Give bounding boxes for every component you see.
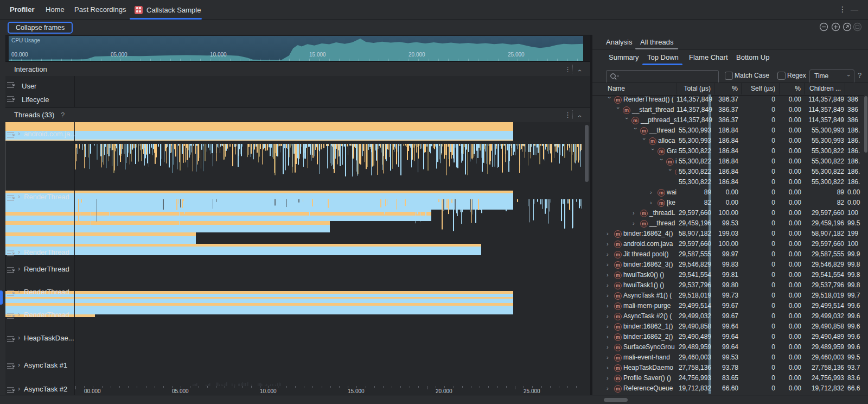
- threads-collapse-icon[interactable]: ›: [576, 115, 583, 117]
- window-minimize-icon[interactable]: —: [851, 5, 858, 14]
- table-scrollbar-thumb[interactable]: [864, 96, 867, 153]
- table-row[interactable]: ›m(55,300,822186.8400.0055,300,822186.: [592, 167, 868, 177]
- collapse-node-icon[interactable]: ›: [665, 169, 675, 174]
- thread-label[interactable]: android.com.ja...: [24, 130, 76, 138]
- expand-node-icon[interactable]: ›: [607, 352, 612, 363]
- tab-bottom-up[interactable]: Bottom Up: [736, 53, 769, 61]
- table-row[interactable]: ›m__thread29,459,19699.5300.0029,459,196…: [592, 218, 868, 229]
- table-row[interactable]: ›m__start_thread114,357,849386.3700.0011…: [592, 105, 868, 115]
- zoom-to-selection-icon[interactable]: [853, 22, 862, 31]
- table-row[interactable]: ›mbinder:16862_3()29,546,82999.8300.0029…: [592, 260, 868, 270]
- reset-zoom-icon[interactable]: [843, 22, 852, 31]
- tab-summary[interactable]: Summary: [609, 53, 639, 61]
- table-row[interactable]: ›mhwuiTask1() ()29,537,79699.8000.0029,5…: [592, 280, 868, 291]
- regex-checkbox[interactable]: [777, 72, 786, 80]
- expand-node-icon[interactable]: ›: [607, 342, 612, 352]
- window-more-icon[interactable]: ⋮: [839, 5, 846, 14]
- threads-more-icon[interactable]: ⋮: [564, 111, 571, 119]
- interaction-row-lifecycle[interactable]: Lifecycle: [22, 96, 49, 104]
- thread-expand-chevron[interactable]: ›: [18, 311, 20, 318]
- left-scrollbar-thumb[interactable]: [585, 125, 589, 182]
- table-row[interactable]: ›mandroid.com.java29,597,660100.0000.002…: [592, 239, 868, 249]
- table-row[interactable]: ›mi55,300,822186.8400.0055,300,822186.: [592, 156, 868, 167]
- table-row[interactable]: m55,300,822186.8400.0055,300,822186.: [592, 177, 868, 187]
- expand-node-icon[interactable]: ›: [607, 363, 612, 373]
- table-row[interactable]: ›mbinder:16862_4()58,907,182199.0300.005…: [592, 229, 868, 239]
- thread-expand-chevron[interactable]: ›: [18, 130, 20, 137]
- expand-node-icon[interactable]: ›: [633, 208, 638, 218]
- threads-help-icon[interactable]: ?: [61, 111, 65, 119]
- collapse-node-icon[interactable]: ›: [648, 148, 658, 154]
- thread-expand-chevron[interactable]: ›: [18, 248, 20, 256]
- expand-node-icon[interactable]: ›: [650, 187, 655, 198]
- expand-node-icon[interactable]: ›: [607, 373, 612, 383]
- nav-past-recordings[interactable]: Past Recordings: [74, 5, 126, 14]
- column-header-name[interactable]: Name: [592, 83, 676, 94]
- thread-label[interactable]: RenderThread: [24, 193, 69, 201]
- thread-expand-chevron[interactable]: ›: [18, 265, 20, 273]
- interaction-collapse-icon[interactable]: ›: [576, 70, 583, 72]
- tab-analysis[interactable]: Analysis: [606, 38, 632, 46]
- zoom-in-icon[interactable]: [831, 22, 840, 31]
- collapse-node-icon[interactable]: ›: [656, 159, 667, 164]
- collapse-frames-button[interactable]: Collapse frames: [8, 22, 73, 34]
- thread-expand-chevron[interactable]: ›: [18, 385, 20, 393]
- thread-expand-chevron[interactable]: ›: [18, 334, 20, 342]
- table-row[interactable]: ›mAsyncTask #1() (29,518,01999.7300.0029…: [592, 291, 868, 301]
- table-row[interactable]: ›mReferenceQueue19,712,83266.6000.0019,7…: [592, 383, 868, 394]
- filter-type-dropdown[interactable]: Time ›: [809, 70, 854, 84]
- expand-node-icon[interactable]: ›: [607, 291, 612, 301]
- expand-node-icon[interactable]: ›: [607, 239, 612, 249]
- column-header-total[interactable]: Total (µs): [676, 83, 714, 94]
- table-row[interactable]: ›mAsyncTask #2() (29,499,03299.6700.0029…: [592, 311, 868, 321]
- nav-home[interactable]: Home: [46, 5, 65, 14]
- interaction-row-user[interactable]: User: [22, 82, 36, 90]
- table-row[interactable]: ›mRenderThread() (114,357,849386.3700.00…: [592, 94, 868, 105]
- table-row[interactable]: ›mSurfaceSyncGrou29,489,95999.6400.0029,…: [592, 342, 868, 352]
- expand-node-icon[interactable]: ›: [607, 260, 612, 270]
- expand-node-icon[interactable]: ›: [607, 280, 612, 291]
- collapse-node-icon[interactable]: ›: [613, 107, 623, 112]
- search-field[interactable]: [606, 70, 719, 84]
- thread-label[interactable]: HeapTaskDae...: [24, 334, 74, 342]
- table-row[interactable]: ›m__thread55,300,993186.8400.0055,300,99…: [592, 125, 868, 136]
- column-header-self-pct[interactable]: %: [780, 83, 805, 94]
- tab-top-down[interactable]: Top Down: [647, 53, 679, 61]
- table-row[interactable]: ›malloca55,300,993186.8400.0055,300,9931…: [592, 136, 868, 146]
- threads-section-header[interactable]: Threads (33) ? ⋮ ›: [5, 107, 590, 123]
- thread-label[interactable]: RenderThread: [24, 311, 69, 319]
- thread-expand-chevron[interactable]: ›: [18, 193, 20, 200]
- column-header-self[interactable]: Self (µs): [742, 83, 780, 94]
- nav-profiler[interactable]: Profiler: [10, 5, 35, 14]
- table-row[interactable]: ›m_threadL29,597,660100.0000.0029,597,66…: [592, 208, 868, 218]
- table-row[interactable]: ›mmali-mem-purge29,499,51499.6700.0029,4…: [592, 301, 868, 311]
- interaction-section-header[interactable]: Interaction ⋮ ›: [5, 61, 590, 77]
- thread-expand-chevron[interactable]: ›: [18, 288, 20, 295]
- expand-node-icon[interactable]: ›: [607, 332, 612, 342]
- table-row[interactable]: ›m__pthread_s114,357,849386.3700.00114,3…: [592, 115, 868, 125]
- table-row[interactable]: ›mmali-event-hand29,460,00399.5300.0029,…: [592, 352, 868, 363]
- collapse-node-icon[interactable]: ›: [604, 97, 615, 102]
- thread-expand-chevron[interactable]: ›: [18, 361, 20, 369]
- thread-label[interactable]: AsyncTask #2: [24, 385, 67, 393]
- expand-node-icon[interactable]: ›: [650, 198, 655, 208]
- thread-label[interactable]: RenderThread: [24, 265, 69, 273]
- collapse-node-icon[interactable]: ›: [639, 138, 649, 143]
- thread-label[interactable]: RenderThread: [24, 288, 69, 296]
- expand-node-icon[interactable]: ›: [607, 229, 612, 239]
- zoom-out-icon[interactable]: [819, 22, 828, 31]
- expand-node-icon[interactable]: ›: [607, 301, 612, 311]
- expand-node-icon[interactable]: ›: [607, 249, 612, 260]
- table-row[interactable]: ›mbinder:16862_1()29,490,85899.6400.0029…: [592, 321, 868, 332]
- expand-node-icon[interactable]: ›: [607, 311, 612, 321]
- filter-help-icon[interactable]: ?: [858, 71, 861, 79]
- table-row[interactable]: ›mbinder:16862_2()29,490,48999.6400.0029…: [592, 332, 868, 342]
- expand-node-icon[interactable]: ›: [607, 321, 612, 332]
- column-header-children-pct[interactable]: [845, 83, 868, 94]
- expand-node-icon[interactable]: ›: [633, 218, 638, 229]
- table-row[interactable]: ›mhwuiTask0() ()29,541,55499.8100.0029,5…: [592, 270, 868, 280]
- table-row[interactable]: ›mJit thread pool()29,587,55599.9700.002…: [592, 249, 868, 260]
- expand-node-icon[interactable]: ›: [607, 270, 612, 280]
- thread-label[interactable]: AsyncTask #1: [24, 361, 67, 369]
- column-header-pct[interactable]: %: [714, 83, 742, 94]
